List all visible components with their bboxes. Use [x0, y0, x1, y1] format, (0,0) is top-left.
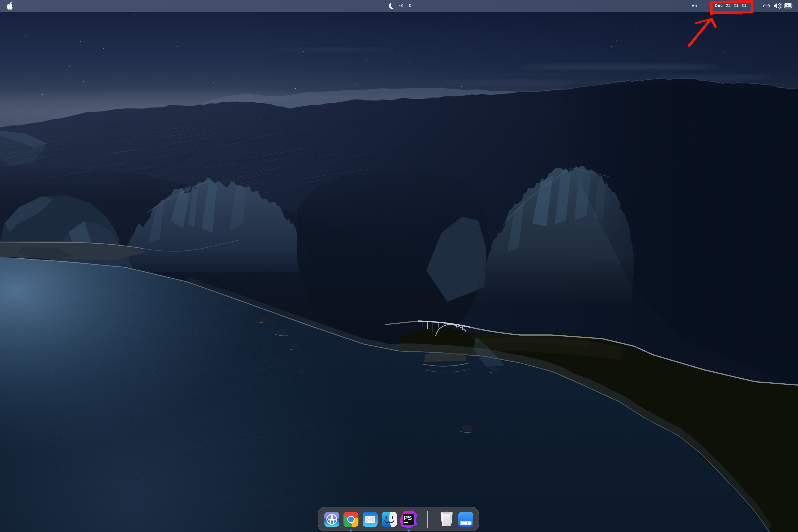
- svg-text:PS: PS: [404, 515, 412, 521]
